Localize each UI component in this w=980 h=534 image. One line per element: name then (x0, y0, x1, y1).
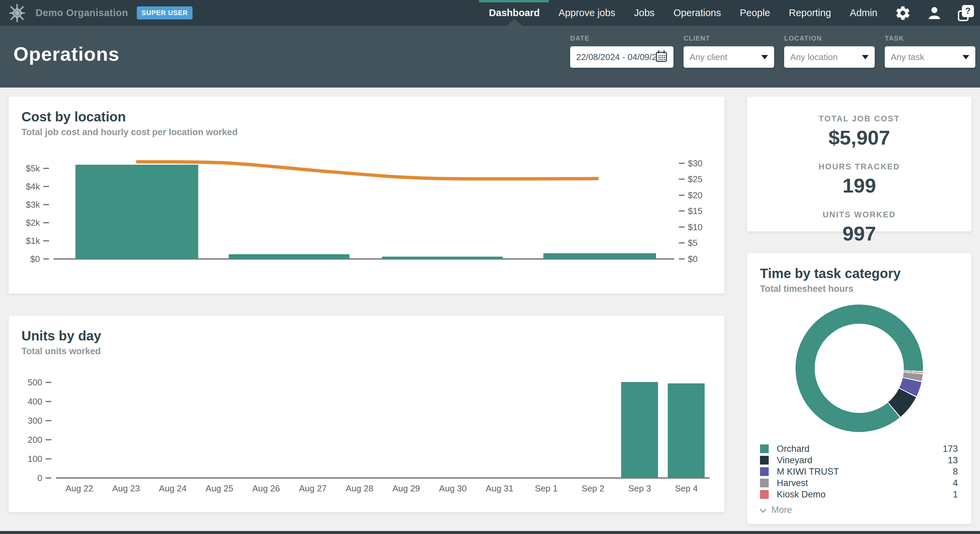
y-axis-tick-left: $4k (26, 182, 49, 192)
donut-card-header: Time by task category Total timesheet ho… (760, 266, 900, 294)
nav-item-dashboard[interactable]: Dashboard (488, 0, 541, 26)
legend-value: 4 (953, 478, 958, 488)
organisation-name: Demo Organisation (35, 7, 128, 18)
legend-row-vineyard: Vineyard 13 (760, 454, 958, 466)
location-filter-label: LOCATION (784, 35, 875, 42)
y-axis-tick-right: $30 (679, 158, 702, 168)
client-select[interactable]: Any client (684, 46, 774, 68)
units-worked-stat: UNITS WORKED 997 (747, 210, 971, 245)
donut-hole (815, 324, 904, 413)
x-axis-label: Aug 23 (112, 483, 140, 494)
location-filter-group: LOCATION Any location (784, 35, 875, 68)
units-worked-label: UNITS WORKED (747, 210, 971, 219)
date-range-input[interactable]: 22/08/2024 - 04/09/202 (570, 46, 673, 68)
nav-item-jobs[interactable]: Jobs (633, 0, 656, 26)
y-axis-tick-right: $15 (679, 206, 702, 216)
y-axis-tick-right: $20 (679, 190, 702, 200)
cost-by-location-card: Cost by location Total job cost and hour… (9, 97, 724, 293)
top-nav-left: Demo Organisation SUPER USER (7, 0, 192, 26)
task-category-donut-chart (795, 304, 923, 432)
legend-row-orchard: Orchard 173 (760, 443, 958, 454)
y-axis-tick-left: $2k (26, 218, 49, 228)
legend-label: Harvest (777, 478, 953, 488)
units-bar (621, 382, 658, 478)
donut-card-subtitle: Total timesheet hours (760, 284, 900, 294)
y-axis-tick: 300 (28, 416, 51, 426)
x-axis-label: Aug 22 (65, 483, 93, 494)
legend-row-kiosk-demo: Kiosk Demo 1 (760, 489, 958, 500)
chevron-down-icon (761, 55, 768, 59)
legend-label: Kiosk Demo (777, 489, 953, 500)
y-axis-tick-right: $5 (679, 238, 698, 248)
units-by-day-card: Units by day Total units worked 50040030… (9, 316, 724, 512)
donut-legend: Orchard 173 Vineyard 13 M KIWI TRUST 8 H… (760, 443, 958, 515)
x-axis-label: Aug 24 (159, 483, 186, 494)
x-axis-label: Sep 3 (628, 483, 651, 494)
x-axis-label: Aug 25 (205, 483, 233, 494)
hours-tracked-stat: HOURS TRACKED 199 (747, 162, 971, 197)
nav-item-label: Jobs (634, 7, 655, 18)
y-axis-tick-left: $1k (26, 236, 49, 246)
legend-value: 13 (948, 455, 958, 465)
help-icon[interactable]: ? (958, 5, 974, 21)
legend-more-toggle[interactable]: More (760, 505, 958, 515)
x-axis-label: Aug 31 (486, 483, 513, 494)
legend-row-harvest: Harvest 4 (760, 477, 958, 489)
settings-gear-icon[interactable] (895, 5, 911, 21)
client-filter-group: CLIENT Any client (684, 35, 774, 68)
y-axis-tick: 400 (28, 397, 51, 407)
total-job-cost-stat: TOTAL JOB COST $5,907 (747, 114, 971, 149)
chevron-down-icon (862, 55, 869, 59)
nav-item-label: Dashboard (489, 7, 539, 18)
location-select-value: Any location (790, 52, 838, 62)
cost-card-title: Cost by location (21, 109, 238, 124)
date-filter-group: DATE 22/08/2024 - 04/09/202 (570, 35, 673, 68)
summary-stats: TOTAL JOB COST $5,907 HOURS TRACKED 199 … (747, 114, 971, 258)
hours-tracked-value: 199 (747, 174, 971, 197)
x-axis-label: Sep 4 (675, 483, 698, 494)
x-axis-label: Aug 26 (252, 483, 280, 494)
location-select[interactable]: Any location (784, 46, 875, 68)
top-nav-bar: Demo Organisation SUPER USER Dashboard A… (0, 0, 980, 26)
legend-swatch (760, 490, 769, 499)
x-axis-label: Sep 2 (582, 483, 605, 494)
legend-value: 8 (953, 467, 958, 477)
calendar-icon[interactable] (655, 50, 667, 64)
nav-item-people[interactable]: People (738, 0, 772, 26)
x-axis-label: Sep 1 (535, 483, 558, 494)
y-axis-tick-right: $10 (679, 222, 702, 232)
legend-swatch (760, 479, 769, 488)
y-axis-tick: 100 (28, 454, 51, 464)
y-axis-tick-right: $0 (679, 254, 698, 264)
more-label: More (772, 505, 792, 515)
y-axis-tick-left: $3k (26, 199, 49, 210)
task-filter-label: TASK (885, 35, 975, 42)
task-select[interactable]: Any task (885, 46, 975, 68)
snowflake-logo-icon[interactable] (7, 3, 27, 23)
units-worked-value: 997 (747, 222, 971, 245)
hours-tracked-label: HOURS TRACKED (747, 162, 971, 171)
footer-strip (0, 531, 980, 534)
legend-row-m-kiwi-trust: M KIWI TRUST 8 (760, 466, 958, 477)
nav-item-admin[interactable]: Admin (848, 0, 879, 26)
y-axis-tick-left: $0 (30, 254, 49, 264)
nav-item-label: Approve jobs (558, 7, 615, 18)
y-axis-tick: 200 (28, 435, 51, 445)
hourly-cost-line (54, 154, 674, 259)
x-axis-label: Aug 29 (392, 483, 420, 494)
filter-bar: DATE 22/08/2024 - 04/09/202 (570, 35, 975, 68)
donut-card-title: Time by task category (760, 266, 900, 281)
units-chart-x-axis (56, 477, 710, 479)
cost-card-header: Cost by location Total job cost and hour… (21, 109, 238, 137)
nav-item-operations[interactable]: Operations (672, 0, 722, 26)
date-filter-label: DATE (570, 35, 673, 42)
units-card-subtitle: Total units worked (21, 346, 101, 357)
legend-label: Orchard (777, 444, 943, 454)
legend-swatch (760, 467, 769, 476)
user-profile-icon[interactable] (927, 6, 942, 21)
active-tab-pointer (507, 19, 522, 26)
nav-item-reporting[interactable]: Reporting (788, 0, 832, 26)
nav-item-approve-jobs[interactable]: Approve jobs (557, 0, 616, 26)
help-icon-question-mark: ? (962, 5, 974, 17)
date-range-value: 22/08/2024 - 04/09/202 (576, 52, 655, 62)
